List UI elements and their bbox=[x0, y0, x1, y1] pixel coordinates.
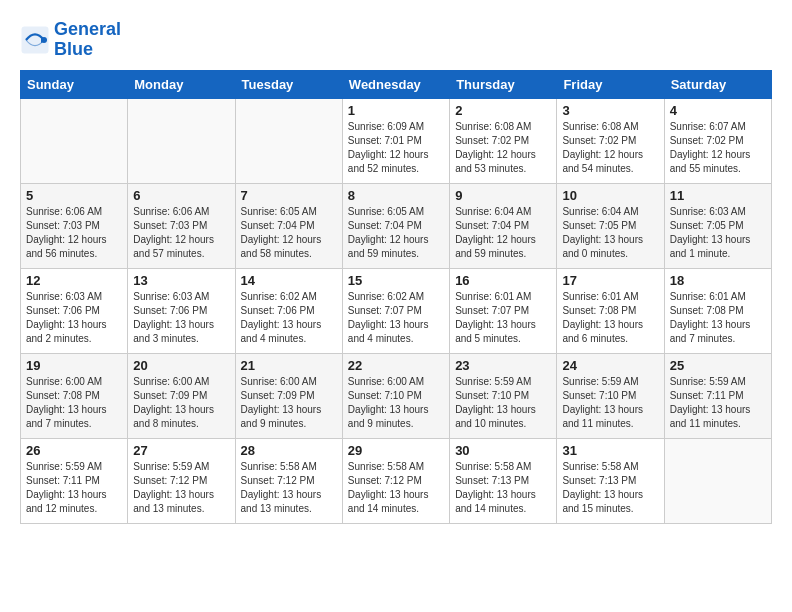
day-number: 25 bbox=[670, 358, 766, 373]
day-info: Sunrise: 5:59 AM Sunset: 7:10 PM Dayligh… bbox=[562, 375, 658, 431]
day-number: 15 bbox=[348, 273, 444, 288]
day-number: 22 bbox=[348, 358, 444, 373]
day-number: 23 bbox=[455, 358, 551, 373]
calendar-cell: 30Sunrise: 5:58 AM Sunset: 7:13 PM Dayli… bbox=[450, 438, 557, 523]
day-info: Sunrise: 6:02 AM Sunset: 7:07 PM Dayligh… bbox=[348, 290, 444, 346]
calendar-week-4: 19Sunrise: 6:00 AM Sunset: 7:08 PM Dayli… bbox=[21, 353, 772, 438]
header: GeneralBlue bbox=[20, 20, 772, 60]
day-info: Sunrise: 6:08 AM Sunset: 7:02 PM Dayligh… bbox=[455, 120, 551, 176]
day-number: 13 bbox=[133, 273, 229, 288]
calendar-cell bbox=[128, 98, 235, 183]
calendar-cell bbox=[235, 98, 342, 183]
calendar-cell: 26Sunrise: 5:59 AM Sunset: 7:11 PM Dayli… bbox=[21, 438, 128, 523]
logo-text: GeneralBlue bbox=[54, 20, 121, 60]
day-info: Sunrise: 6:08 AM Sunset: 7:02 PM Dayligh… bbox=[562, 120, 658, 176]
day-number: 30 bbox=[455, 443, 551, 458]
day-number: 8 bbox=[348, 188, 444, 203]
calendar-cell: 14Sunrise: 6:02 AM Sunset: 7:06 PM Dayli… bbox=[235, 268, 342, 353]
day-info: Sunrise: 6:00 AM Sunset: 7:10 PM Dayligh… bbox=[348, 375, 444, 431]
day-header-sunday: Sunday bbox=[21, 70, 128, 98]
day-info: Sunrise: 5:58 AM Sunset: 7:13 PM Dayligh… bbox=[455, 460, 551, 516]
day-number: 14 bbox=[241, 273, 337, 288]
day-header-wednesday: Wednesday bbox=[342, 70, 449, 98]
day-number: 10 bbox=[562, 188, 658, 203]
calendar-week-1: 1Sunrise: 6:09 AM Sunset: 7:01 PM Daylig… bbox=[21, 98, 772, 183]
calendar-cell: 2Sunrise: 6:08 AM Sunset: 7:02 PM Daylig… bbox=[450, 98, 557, 183]
day-info: Sunrise: 6:02 AM Sunset: 7:06 PM Dayligh… bbox=[241, 290, 337, 346]
day-info: Sunrise: 6:00 AM Sunset: 7:09 PM Dayligh… bbox=[241, 375, 337, 431]
day-info: Sunrise: 6:03 AM Sunset: 7:05 PM Dayligh… bbox=[670, 205, 766, 261]
calendar-cell: 27Sunrise: 5:59 AM Sunset: 7:12 PM Dayli… bbox=[128, 438, 235, 523]
calendar-cell: 23Sunrise: 5:59 AM Sunset: 7:10 PM Dayli… bbox=[450, 353, 557, 438]
day-info: Sunrise: 6:04 AM Sunset: 7:04 PM Dayligh… bbox=[455, 205, 551, 261]
day-info: Sunrise: 6:00 AM Sunset: 7:09 PM Dayligh… bbox=[133, 375, 229, 431]
day-number: 24 bbox=[562, 358, 658, 373]
calendar-cell: 31Sunrise: 5:58 AM Sunset: 7:13 PM Dayli… bbox=[557, 438, 664, 523]
day-number: 2 bbox=[455, 103, 551, 118]
calendar-week-2: 5Sunrise: 6:06 AM Sunset: 7:03 PM Daylig… bbox=[21, 183, 772, 268]
calendar-cell: 21Sunrise: 6:00 AM Sunset: 7:09 PM Dayli… bbox=[235, 353, 342, 438]
calendar-cell bbox=[21, 98, 128, 183]
calendar-table: SundayMondayTuesdayWednesdayThursdayFrid… bbox=[20, 70, 772, 524]
day-number: 9 bbox=[455, 188, 551, 203]
calendar-cell: 25Sunrise: 5:59 AM Sunset: 7:11 PM Dayli… bbox=[664, 353, 771, 438]
day-number: 5 bbox=[26, 188, 122, 203]
calendar-cell: 29Sunrise: 5:58 AM Sunset: 7:12 PM Dayli… bbox=[342, 438, 449, 523]
day-number: 16 bbox=[455, 273, 551, 288]
day-info: Sunrise: 6:03 AM Sunset: 7:06 PM Dayligh… bbox=[133, 290, 229, 346]
day-number: 27 bbox=[133, 443, 229, 458]
calendar-cell: 6Sunrise: 6:06 AM Sunset: 7:03 PM Daylig… bbox=[128, 183, 235, 268]
calendar-cell: 20Sunrise: 6:00 AM Sunset: 7:09 PM Dayli… bbox=[128, 353, 235, 438]
day-number: 29 bbox=[348, 443, 444, 458]
calendar-cell: 11Sunrise: 6:03 AM Sunset: 7:05 PM Dayli… bbox=[664, 183, 771, 268]
day-header-monday: Monday bbox=[128, 70, 235, 98]
calendar-cell bbox=[664, 438, 771, 523]
calendar-week-3: 12Sunrise: 6:03 AM Sunset: 7:06 PM Dayli… bbox=[21, 268, 772, 353]
logo-icon bbox=[20, 25, 50, 55]
day-number: 12 bbox=[26, 273, 122, 288]
day-info: Sunrise: 5:58 AM Sunset: 7:12 PM Dayligh… bbox=[348, 460, 444, 516]
calendar-cell: 19Sunrise: 6:00 AM Sunset: 7:08 PM Dayli… bbox=[21, 353, 128, 438]
day-info: Sunrise: 6:00 AM Sunset: 7:08 PM Dayligh… bbox=[26, 375, 122, 431]
calendar-header-row: SundayMondayTuesdayWednesdayThursdayFrid… bbox=[21, 70, 772, 98]
day-number: 6 bbox=[133, 188, 229, 203]
day-number: 11 bbox=[670, 188, 766, 203]
day-header-saturday: Saturday bbox=[664, 70, 771, 98]
day-number: 1 bbox=[348, 103, 444, 118]
day-info: Sunrise: 5:58 AM Sunset: 7:13 PM Dayligh… bbox=[562, 460, 658, 516]
day-info: Sunrise: 6:01 AM Sunset: 7:08 PM Dayligh… bbox=[670, 290, 766, 346]
day-info: Sunrise: 6:07 AM Sunset: 7:02 PM Dayligh… bbox=[670, 120, 766, 176]
calendar-week-5: 26Sunrise: 5:59 AM Sunset: 7:11 PM Dayli… bbox=[21, 438, 772, 523]
logo: GeneralBlue bbox=[20, 20, 121, 60]
calendar-cell: 9Sunrise: 6:04 AM Sunset: 7:04 PM Daylig… bbox=[450, 183, 557, 268]
calendar-cell: 5Sunrise: 6:06 AM Sunset: 7:03 PM Daylig… bbox=[21, 183, 128, 268]
calendar-cell: 8Sunrise: 6:05 AM Sunset: 7:04 PM Daylig… bbox=[342, 183, 449, 268]
calendar-cell: 4Sunrise: 6:07 AM Sunset: 7:02 PM Daylig… bbox=[664, 98, 771, 183]
day-header-tuesday: Tuesday bbox=[235, 70, 342, 98]
day-number: 21 bbox=[241, 358, 337, 373]
day-number: 3 bbox=[562, 103, 658, 118]
calendar-cell: 16Sunrise: 6:01 AM Sunset: 7:07 PM Dayli… bbox=[450, 268, 557, 353]
calendar-cell: 1Sunrise: 6:09 AM Sunset: 7:01 PM Daylig… bbox=[342, 98, 449, 183]
calendar-cell: 18Sunrise: 6:01 AM Sunset: 7:08 PM Dayli… bbox=[664, 268, 771, 353]
day-number: 20 bbox=[133, 358, 229, 373]
day-info: Sunrise: 5:59 AM Sunset: 7:12 PM Dayligh… bbox=[133, 460, 229, 516]
day-header-friday: Friday bbox=[557, 70, 664, 98]
calendar-cell: 22Sunrise: 6:00 AM Sunset: 7:10 PM Dayli… bbox=[342, 353, 449, 438]
calendar-cell: 10Sunrise: 6:04 AM Sunset: 7:05 PM Dayli… bbox=[557, 183, 664, 268]
day-header-thursday: Thursday bbox=[450, 70, 557, 98]
day-info: Sunrise: 6:05 AM Sunset: 7:04 PM Dayligh… bbox=[348, 205, 444, 261]
day-number: 28 bbox=[241, 443, 337, 458]
day-number: 26 bbox=[26, 443, 122, 458]
calendar-cell: 17Sunrise: 6:01 AM Sunset: 7:08 PM Dayli… bbox=[557, 268, 664, 353]
day-info: Sunrise: 6:05 AM Sunset: 7:04 PM Dayligh… bbox=[241, 205, 337, 261]
day-info: Sunrise: 6:01 AM Sunset: 7:07 PM Dayligh… bbox=[455, 290, 551, 346]
calendar-cell: 13Sunrise: 6:03 AM Sunset: 7:06 PM Dayli… bbox=[128, 268, 235, 353]
day-info: Sunrise: 6:06 AM Sunset: 7:03 PM Dayligh… bbox=[133, 205, 229, 261]
day-info: Sunrise: 5:59 AM Sunset: 7:11 PM Dayligh… bbox=[670, 375, 766, 431]
day-info: Sunrise: 6:06 AM Sunset: 7:03 PM Dayligh… bbox=[26, 205, 122, 261]
calendar-cell: 12Sunrise: 6:03 AM Sunset: 7:06 PM Dayli… bbox=[21, 268, 128, 353]
day-info: Sunrise: 6:09 AM Sunset: 7:01 PM Dayligh… bbox=[348, 120, 444, 176]
day-info: Sunrise: 6:01 AM Sunset: 7:08 PM Dayligh… bbox=[562, 290, 658, 346]
day-info: Sunrise: 6:04 AM Sunset: 7:05 PM Dayligh… bbox=[562, 205, 658, 261]
